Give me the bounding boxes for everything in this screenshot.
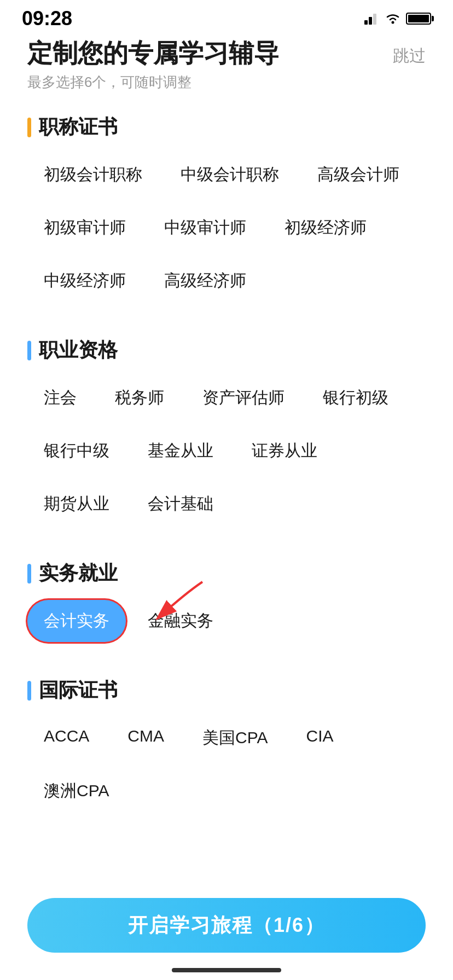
item-基金从业[interactable]: 基金从业 <box>131 430 230 472</box>
svg-rect-2 <box>373 14 376 25</box>
section-zhicheng-items: 初级会计职称 中级会计职称 高级会计师 初级审计师 中级审计师 初级经济师 中级… <box>27 154 426 310</box>
section-bar-zhicheng <box>27 118 31 137</box>
item-澳洲CPA[interactable]: 澳洲CPA <box>27 770 125 812</box>
item-CMA[interactable]: CMA <box>111 717 181 759</box>
svg-rect-1 <box>369 17 372 25</box>
start-journey-button[interactable]: 开启学习旅程（1/6） <box>27 898 426 953</box>
status-bar: 09:28 <box>0 0 453 33</box>
section-title-row-zhicheng: 职称证书 <box>27 114 426 141</box>
page-header: 定制您的专属学习辅导 跳过 <box>27 38 426 68</box>
item-金融实务[interactable]: 金融实务 <box>131 600 230 642</box>
item-中级审计师[interactable]: 中级审计师 <box>148 207 263 249</box>
item-美国CPA[interactable]: 美国CPA <box>186 717 284 759</box>
item-中级会计职称[interactable]: 中级会计职称 <box>164 154 295 196</box>
section-guoji-items: ACCA CMA 美国CPA CIA 澳洲CPA <box>27 717 426 820</box>
status-time: 09:28 <box>22 7 72 30</box>
item-银行中级[interactable]: 银行中级 <box>27 430 126 472</box>
section-title-guoji: 国际证书 <box>39 677 118 704</box>
section-zhicheng: 职称证书 初级会计职称 中级会计职称 高级会计师 初级审计师 中级审计师 初级经… <box>27 114 426 310</box>
skip-button[interactable]: 跳过 <box>393 38 426 67</box>
section-zhiye-items: 注会 税务师 资产评估师 银行初级 银行中级 基金从业 证券从业 期货从业 会计… <box>27 377 426 533</box>
section-title-zhiye: 职业资格 <box>39 337 118 364</box>
item-银行初级[interactable]: 银行初级 <box>306 377 405 419</box>
section-zhiye: 职业资格 注会 税务师 资产评估师 银行初级 银行中级 基金从业 证券从业 期货… <box>27 337 426 533</box>
battery-icon <box>406 13 431 25</box>
bottom-bar: 开启学习旅程（1/6） <box>0 887 453 980</box>
section-title-row-shiwu: 实务就业 <box>27 560 426 587</box>
item-初级会计职称[interactable]: 初级会计职称 <box>27 154 159 196</box>
section-bar-guoji <box>27 681 31 701</box>
svg-point-3 <box>392 21 394 24</box>
item-CIA[interactable]: CIA <box>290 717 350 759</box>
svg-rect-0 <box>364 20 368 25</box>
section-shiwu-items: 会计实务 金融实务 <box>27 600 426 650</box>
section-guoji: 国际证书 ACCA CMA 美国CPA CIA 澳洲CPA <box>27 677 426 820</box>
section-title-shiwu: 实务就业 <box>39 560 118 587</box>
section-bar-shiwu <box>27 564 31 584</box>
item-高级经济师[interactable]: 高级经济师 <box>148 260 263 302</box>
section-title-row-guoji: 国际证书 <box>27 677 426 704</box>
wifi-icon <box>385 13 400 25</box>
item-会计基础[interactable]: 会计基础 <box>131 483 230 525</box>
item-初级审计师[interactable]: 初级审计师 <box>27 207 142 249</box>
item-期货从业[interactable]: 期货从业 <box>27 483 126 525</box>
item-初级经济师[interactable]: 初级经济师 <box>268 207 383 249</box>
section-shiwu: 实务就业 会计实务 金融实务 <box>27 560 426 650</box>
section-title-zhicheng: 职称证书 <box>39 114 118 141</box>
section-bar-zhiye <box>27 341 31 360</box>
item-会计实务[interactable]: 会计实务 <box>27 600 126 642</box>
item-ACCA[interactable]: ACCA <box>27 717 106 759</box>
item-证券从业[interactable]: 证券从业 <box>235 430 334 472</box>
item-注会[interactable]: 注会 <box>27 377 93 419</box>
item-高级会计师[interactable]: 高级会计师 <box>301 154 416 196</box>
item-中级经济师[interactable]: 中级经济师 <box>27 260 142 302</box>
section-title-row-zhiye: 职业资格 <box>27 337 426 364</box>
page-title: 定制您的专属学习辅导 <box>27 38 279 68</box>
page-subtitle: 最多选择6个，可随时调整 <box>27 73 426 92</box>
signal-icon <box>364 13 380 25</box>
item-资产评估师[interactable]: 资产评估师 <box>186 377 301 419</box>
home-indicator <box>172 968 281 972</box>
page-content: 定制您的专属学习辅导 跳过 最多选择6个，可随时调整 职称证书 初级会计职称 中… <box>0 33 453 924</box>
item-税务师[interactable]: 税务师 <box>98 377 181 419</box>
status-icons <box>364 13 431 25</box>
